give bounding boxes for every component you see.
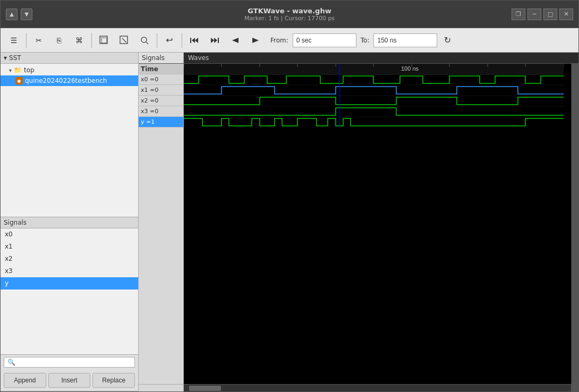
svg-marker-10 xyxy=(214,38,217,43)
sst-section: ▾ SST ▾ 📁 top ● quine20240226testbench xyxy=(1,53,138,217)
zoom-fit-icon xyxy=(120,36,129,45)
svg-marker-13 xyxy=(252,38,259,43)
go-start-icon xyxy=(190,37,199,44)
step-back-btn[interactable] xyxy=(226,31,244,49)
signal-name-time: Time xyxy=(139,64,183,74)
svg-marker-7 xyxy=(192,38,195,43)
restore-btn[interactable]: ❐ xyxy=(512,8,525,20)
signal-name-x0: x0 =0 xyxy=(139,74,183,85)
tree-item-label-testbench: quine20240226testbench xyxy=(25,77,107,84)
titlebar-down-btn[interactable]: ▼ xyxy=(21,8,32,20)
folder-icon: 📁 xyxy=(14,66,22,74)
paste-btn[interactable]: ⌘ xyxy=(70,31,88,49)
toolbar: ☰ ✂ ⎘ ⌘ ↩ xyxy=(1,28,578,53)
toolbar-sep-1 xyxy=(26,33,27,48)
svg-rect-0 xyxy=(100,36,107,44)
h-scrollbar-thumb[interactable] xyxy=(189,386,221,391)
signal-name-y: y =1 xyxy=(139,117,183,127)
signals-col-header: Signals xyxy=(139,53,184,63)
signals-section: Signals x0 x1 x2 x3 y 🔍 Append Insert xyxy=(1,217,138,391)
search-input-wrapper: 🔍 xyxy=(4,357,135,368)
maximize-btn[interactable]: □ xyxy=(543,8,557,20)
search-bar: 🔍 xyxy=(1,354,138,370)
zoom-sel-btn[interactable] xyxy=(135,31,154,49)
step-fwd-icon xyxy=(251,37,259,44)
zoom-fit-btn[interactable] xyxy=(115,31,133,49)
sst-tree[interactable]: ▾ 📁 top ● quine20240226testbench xyxy=(1,64,138,217)
waves-bottom-scroll xyxy=(139,384,578,391)
tree-item-label-top: top xyxy=(24,66,35,74)
insert-btn[interactable]: Insert xyxy=(48,373,91,388)
titlebar-left-controls: ▲ ▼ xyxy=(6,8,32,20)
signal-item-x1[interactable]: x1 xyxy=(1,241,138,253)
bottom-buttons: Append Insert Replace xyxy=(1,370,138,391)
sst-chevron: ▾ xyxy=(4,54,7,62)
toolbar-sep-2 xyxy=(91,33,92,48)
signal-name-x3: x3 =0 xyxy=(139,106,183,117)
waves-inner: Time x0 =0 x1 =0 x2 =0 x3 =0 y =1 xyxy=(139,64,578,391)
copy-btn[interactable]: ⎘ xyxy=(50,31,68,49)
svg-marker-12 xyxy=(232,38,239,43)
waves-header-row: Signals Waves xyxy=(139,53,578,64)
go-end-btn[interactable] xyxy=(206,31,224,49)
signal-names-col: Time x0 =0 x1 =0 x2 =0 x3 =0 y =1 xyxy=(139,64,184,384)
app-title: GTKWave - wave.ghw xyxy=(244,7,335,15)
titlebar: ▲ ▼ GTKWave - wave.ghw Marker: 1 fs | Cu… xyxy=(1,1,578,28)
zoom-sel-icon xyxy=(140,36,149,45)
undo-btn[interactable]: ↩ xyxy=(160,31,178,49)
bottom-right-corner xyxy=(571,384,578,391)
signals-list[interactable]: x0 x1 x2 x3 y xyxy=(1,228,138,354)
signal-item-y[interactable]: y xyxy=(1,277,138,289)
append-btn[interactable]: Append xyxy=(4,373,46,388)
hamburger-btn[interactable]: ☰ xyxy=(5,31,23,49)
toolbar-sep-4 xyxy=(182,33,182,48)
sst-header: ▾ SST xyxy=(1,53,138,64)
cursor-line xyxy=(339,64,340,127)
svg-line-5 xyxy=(146,42,148,44)
bottom-left-corner xyxy=(139,384,184,391)
tree-item-top[interactable]: ▾ 📁 top xyxy=(1,65,138,75)
waves-scroll-container: Time x0 =0 x1 =0 x2 =0 x3 =0 y =1 xyxy=(139,64,578,391)
waves-canvas-area[interactable] xyxy=(184,64,571,384)
svg-marker-8 xyxy=(195,38,198,43)
vertical-scrollbar[interactable] xyxy=(571,64,578,384)
svg-point-4 xyxy=(141,37,147,42)
left-panel: ▾ SST ▾ 📁 top ● quine20240226testbench xyxy=(1,53,139,391)
right-panel: Signals Waves Time x0 =0 x1 =0 x2 =0 x3 … xyxy=(139,53,578,391)
signal-item-x2[interactable]: x2 xyxy=(1,253,138,265)
close-btn[interactable]: ✕ xyxy=(559,8,573,20)
to-input[interactable] xyxy=(373,33,437,47)
horizontal-scrollbar[interactable] xyxy=(184,384,571,391)
titlebar-right-controls: ❐ ─ □ ✕ xyxy=(512,8,573,20)
signal-name-x2: x2 =0 xyxy=(139,96,183,106)
svg-line-3 xyxy=(122,38,126,42)
select-all-btn[interactable] xyxy=(95,31,113,49)
wave-canvas[interactable] xyxy=(184,64,564,127)
tree-item-testbench[interactable]: ● quine20240226testbench xyxy=(1,75,138,86)
from-input[interactable] xyxy=(293,33,356,47)
signal-item-x0[interactable]: x0 xyxy=(1,228,138,241)
step-fwd-btn[interactable] xyxy=(246,31,264,49)
main-window: ▲ ▼ GTKWave - wave.ghw Marker: 1 fs | Cu… xyxy=(0,0,579,392)
chip-icon: ● xyxy=(15,77,23,84)
from-label: From: xyxy=(270,37,288,44)
svg-rect-1 xyxy=(101,38,107,43)
titlebar-up-btn[interactable]: ▲ xyxy=(6,8,18,20)
replace-btn[interactable]: Replace xyxy=(92,373,135,388)
search-input[interactable] xyxy=(18,359,131,366)
sst-label: SST xyxy=(9,54,21,62)
refresh-btn[interactable]: ↻ xyxy=(439,32,455,48)
go-end-icon xyxy=(210,37,219,44)
select-all-icon xyxy=(99,36,109,45)
signal-item-x3[interactable]: x3 xyxy=(1,265,138,277)
signal-name-x1: x1 =0 xyxy=(139,85,183,96)
top-chevron-icon: ▾ xyxy=(9,67,12,73)
cut-btn[interactable]: ✂ xyxy=(30,31,48,49)
toolbar-sep-3 xyxy=(157,33,157,48)
signals-header: Signals xyxy=(1,217,138,228)
minimize-btn[interactable]: ─ xyxy=(527,8,541,20)
search-icon: 🔍 xyxy=(7,359,15,366)
main-content: ▾ SST ▾ 📁 top ● quine20240226testbench xyxy=(1,53,578,391)
go-start-btn[interactable] xyxy=(185,31,203,49)
titlebar-center: GTKWave - wave.ghw Marker: 1 fs | Cursor… xyxy=(244,7,335,22)
